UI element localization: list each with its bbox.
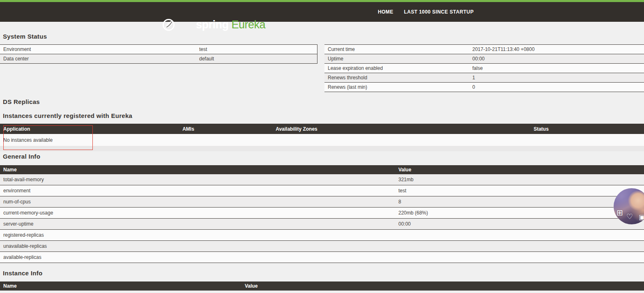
table-row: Uptime 00:00 — [324, 54, 644, 64]
row-key: Environment — [0, 46, 199, 52]
column-header-application: Application — [0, 126, 119, 132]
table-row: Renews threshold 1 — [324, 73, 644, 83]
column-header-value: Value — [245, 283, 644, 289]
column-header-name: Name — [0, 167, 398, 173]
instances-table-header: Application AMIs Availability Zones Stat… — [0, 124, 644, 134]
table-row: num-of-cpus 8 — [0, 196, 644, 208]
row-value: test — [398, 188, 644, 194]
row-value: 2017-10-21T11:13:40 +0800 — [472, 46, 644, 52]
row-name: unavailable-replicas — [0, 243, 398, 249]
instance-info-table-header: Name Value — [0, 281, 644, 291]
instances-table: Application AMIs Availability Zones Stat… — [0, 124, 644, 151]
table-row: server-uptime 00:00 — [0, 219, 644, 230]
row-key: Renews (last min) — [324, 84, 472, 90]
general-info-table-header: Name Value — [0, 165, 644, 174]
row-value: 321mb — [398, 177, 644, 182]
system-status-tables: Environment test Data center default Cur… — [0, 44, 644, 92]
table-row: available-replicas — [0, 252, 644, 263]
instance-info-heading: Instance Info — [3, 270, 644, 277]
row-value: test — [199, 46, 317, 52]
brand-eureka-text: Eureka — [232, 18, 266, 31]
gift-icon: ⊞ — [616, 208, 623, 217]
row-key: Data center — [0, 56, 199, 62]
row-value: 0 — [472, 84, 644, 90]
camera-icon: ▣ — [639, 213, 644, 221]
nav-link-home[interactable]: HOME — [378, 9, 393, 15]
table-row: current-memory-usage 220mb (68%) — [0, 208, 644, 219]
instance-info-table: Name Value — [0, 281, 644, 291]
column-header-availability-zones: Availability Zones — [258, 126, 336, 132]
row-value: default — [199, 56, 317, 62]
column-header-status: Status — [336, 126, 644, 132]
row-name: current-memory-usage — [0, 210, 398, 216]
table-row: Environment test — [0, 45, 317, 54]
table-row: Current time 2017-10-21T11:13:40 +0800 — [324, 45, 644, 54]
row-key: Uptime — [324, 56, 472, 62]
general-info-heading: General Info — [3, 153, 644, 160]
instances-heading: Instances currently registered with Eure… — [3, 112, 644, 119]
row-value: 1 — [472, 75, 644, 81]
row-name: available-replicas — [0, 254, 398, 260]
no-instances-message: No instances available — [3, 137, 53, 143]
column-header-value: Value — [398, 167, 644, 173]
system-status-heading: System Status — [3, 22, 644, 40]
row-name: environment — [0, 188, 398, 194]
table-row: Renews (last min) 0 — [324, 83, 644, 92]
instances-table-empty-strip — [0, 146, 644, 151]
row-value: 00:00 — [398, 221, 644, 227]
row-name: total-avail-memory — [0, 177, 398, 182]
brand[interactable]: springEureka — [162, 6, 265, 44]
system-status-left-table: Environment test Data center default — [0, 44, 317, 64]
row-value: 8 — [398, 199, 644, 205]
brand-spring-text: spring — [196, 18, 229, 31]
row-value: 220mb (68%) — [398, 210, 644, 216]
row-key: Lease expiration enabled — [324, 65, 472, 71]
spring-logo-icon — [162, 18, 175, 31]
table-row: total-avail-memory 321mb — [0, 174, 644, 185]
nav-links: HOME LAST 1000 SINCE STARTUP — [378, 2, 474, 22]
table-row: Data center default — [0, 54, 317, 64]
column-header-amis: AMIs — [119, 126, 258, 132]
table-row: environment test — [0, 185, 644, 196]
table-row: unavailable-replicas — [0, 241, 644, 252]
system-status-right-table: Current time 2017-10-21T11:13:40 +0800 U… — [324, 44, 644, 92]
row-key: Renews threshold — [324, 75, 472, 81]
navbar: springEureka HOME LAST 1000 SINCE STARTU… — [0, 0, 644, 22]
table-row: Lease expiration enabled false — [324, 64, 644, 73]
general-info-table: Name Value total-avail-memory 321mb envi… — [0, 165, 644, 263]
table-row: registered-replicas — [0, 230, 644, 241]
row-name: num-of-cpus — [0, 199, 398, 205]
column-header-name: Name — [0, 283, 245, 289]
row-value: 00:00 — [472, 56, 644, 62]
row-key: Current time — [324, 46, 472, 52]
ds-replicas-heading: DS Replicas — [3, 98, 644, 105]
nav-link-last-1000[interactable]: LAST 1000 SINCE STARTUP — [404, 9, 474, 15]
row-name: registered-replicas — [0, 232, 398, 238]
heart-icon: ♡ — [626, 212, 633, 221]
row-name: server-uptime — [0, 221, 398, 227]
row-value: false — [472, 65, 644, 71]
no-instances-row: No instances available — [0, 134, 644, 146]
